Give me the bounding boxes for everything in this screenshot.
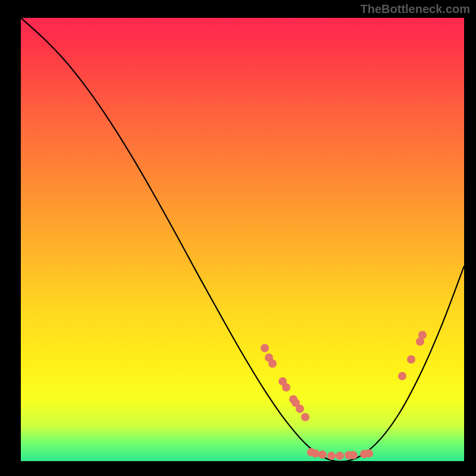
data-marker bbox=[282, 383, 290, 392]
data-marker bbox=[318, 450, 327, 459]
data-marker bbox=[327, 452, 336, 460]
bottleneck-curve bbox=[21, 18, 464, 461]
attribution-text: TheBottleneck.com bbox=[361, 2, 470, 16]
data-marker bbox=[301, 413, 309, 421]
curve-svg bbox=[21, 18, 464, 461]
data-marker bbox=[261, 344, 269, 352]
data-marker bbox=[336, 452, 344, 460]
data-marker bbox=[407, 355, 415, 364]
data-marker bbox=[296, 405, 304, 413]
data-marker bbox=[268, 359, 277, 368]
data-marker bbox=[398, 372, 406, 380]
data-marker bbox=[418, 331, 427, 339]
plot-area bbox=[21, 18, 464, 461]
data-marker bbox=[365, 449, 373, 458]
data-marker bbox=[349, 451, 358, 459]
